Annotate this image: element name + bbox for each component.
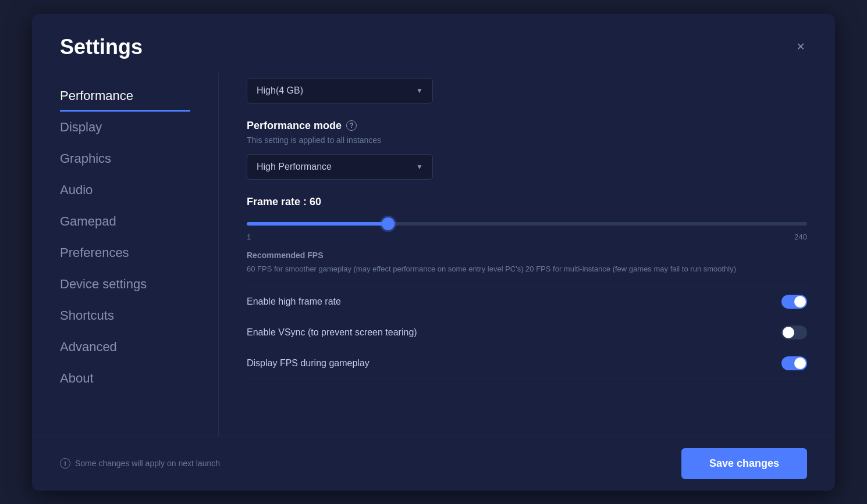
toggle-knob-display-fps: [794, 358, 806, 369]
performance-mode-section: Performance mode ?: [247, 120, 807, 132]
modal-body: Performance Display Graphics Audio Gamep…: [32, 59, 835, 436]
sidebar-item-performance[interactable]: Performance: [60, 80, 190, 112]
sidebar-item-about[interactable]: About: [60, 363, 190, 394]
sidebar-item-gamepad[interactable]: Gamepad: [60, 206, 190, 237]
sidebar-item-shortcuts[interactable]: Shortcuts: [60, 300, 190, 331]
toggle-label-high-frame-rate: Enable high frame rate: [247, 296, 341, 307]
toggle-row-display-fps: Display FPS during gameplay: [247, 348, 807, 379]
toggle-row-vsync: Enable VSync (to prevent screen tearing): [247, 317, 807, 348]
frame-rate-label: Frame rate : 60: [247, 196, 807, 208]
sidebar-item-advanced[interactable]: Advanced: [60, 331, 190, 363]
performance-mode-help-icon[interactable]: ?: [346, 120, 357, 131]
toggle-knob-vsync: [783, 327, 794, 338]
modal-title: Settings: [60, 35, 143, 59]
sidebar-item-audio[interactable]: Audio: [60, 174, 190, 206]
recommended-fps-title: Recommended FPS: [247, 251, 807, 260]
slider-range: 1 240: [247, 233, 807, 241]
modal-header: Settings ×: [32, 14, 835, 59]
toggle-display-fps[interactable]: [781, 356, 807, 370]
sidebar-item-graphics[interactable]: Graphics: [60, 143, 190, 174]
sidebar: Performance Display Graphics Audio Gamep…: [32, 73, 218, 436]
performance-mode-desc: This setting is applied to all instances: [247, 135, 807, 145]
frame-rate-slider-container: [247, 217, 807, 228]
recommended-fps-desc: 60 FPS for smoother gameplay (may effect…: [247, 263, 807, 275]
info-icon: i: [60, 458, 70, 469]
content-area: High(4 GB) ▼ Performance mode ? This set…: [218, 73, 835, 436]
memory-dropdown-arrow: ▼: [416, 87, 423, 95]
performance-mode-label: Performance mode: [247, 120, 342, 132]
toggle-label-display-fps: Display FPS during gameplay: [247, 358, 369, 369]
footer-notice-text: Some changes will apply on next launch: [75, 459, 220, 468]
save-button[interactable]: Save changes: [681, 448, 807, 479]
memory-dropdown-value: High(4 GB): [257, 85, 303, 96]
toggle-label-vsync: Enable VSync (to prevent screen tearing): [247, 327, 417, 338]
frame-rate-slider[interactable]: [247, 222, 807, 226]
performance-mode-dropdown-arrow: ▼: [416, 163, 423, 171]
sidebar-item-display[interactable]: Display: [60, 112, 190, 143]
settings-modal: Settings × Performance Display Graphics …: [32, 14, 835, 491]
performance-mode-dropdown[interactable]: High Performance ▼: [247, 154, 433, 180]
sidebar-item-device-settings[interactable]: Device settings: [60, 269, 190, 300]
toggle-row-high-frame-rate: Enable high frame rate: [247, 286, 807, 317]
memory-dropdown[interactable]: High(4 GB) ▼: [247, 78, 433, 103]
toggle-knob-high-frame-rate: [794, 296, 806, 308]
slider-min: 1: [247, 233, 251, 241]
sidebar-item-preferences[interactable]: Preferences: [60, 237, 190, 269]
footer-notice: i Some changes will apply on next launch: [60, 458, 220, 469]
modal-footer: i Some changes will apply on next launch…: [32, 436, 835, 491]
toggle-high-frame-rate[interactable]: [781, 295, 807, 309]
performance-mode-dropdown-value: High Performance: [257, 162, 332, 172]
slider-max: 240: [794, 233, 807, 241]
close-button[interactable]: ×: [794, 37, 807, 56]
toggle-vsync[interactable]: [781, 326, 807, 339]
